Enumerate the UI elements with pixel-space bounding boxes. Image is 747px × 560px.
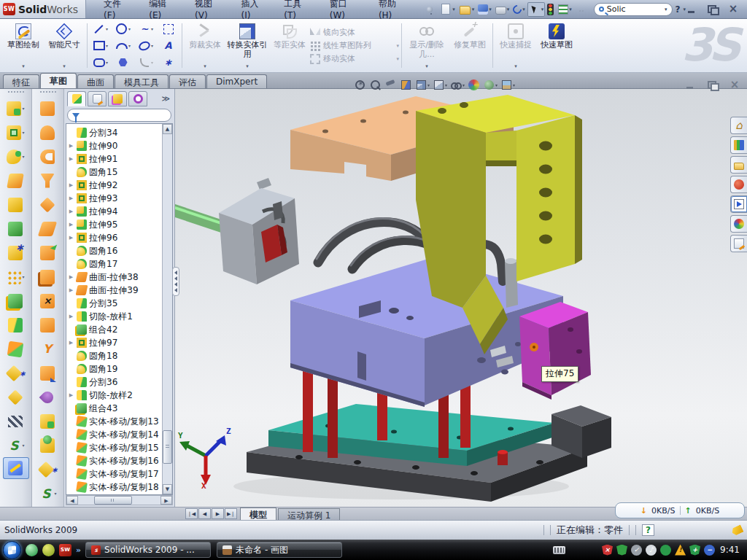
part-core-block-face[interactable]	[477, 357, 486, 363]
part-clamp-bracket-face[interactable]	[438, 108, 446, 114]
feature-tree-item[interactable]: ▶ 拉伸94	[68, 205, 160, 218]
ruled-surface-button[interactable]	[32, 120, 63, 144]
insert-mold-folder-button[interactable]	[32, 385, 63, 409]
zoom-area-icon[interactable]	[370, 79, 382, 90]
helix-button[interactable]: S ▾	[0, 433, 31, 457]
part-base-plate-teal-face[interactable]	[391, 430, 397, 434]
feature-tree-item[interactable]: 实体-移动/复制15	[68, 441, 160, 454]
hide-show-items-icon[interactable]: ▾	[451, 79, 465, 90]
part-clamp-bracket-face[interactable]	[486, 131, 516, 162]
feature-tree-item[interactable]: ▶ 拉伸93	[68, 192, 160, 205]
convert-entities-button[interactable]: 转换实体引用 ▾	[225, 20, 269, 71]
part-fitting[interactable]	[505, 258, 518, 308]
motion-study-tab[interactable]: 运动算例 1	[278, 508, 340, 520]
part-clamp-bracket-face[interactable]	[539, 165, 552, 174]
scroll-up-button[interactable]: ▲	[163, 124, 172, 134]
pattern-button[interactable]: ▾	[0, 265, 31, 289]
move-entities-button[interactable]: 移动实体 ▾	[310, 53, 399, 64]
tab-scroll-first-button[interactable]: ❘◀	[185, 508, 198, 519]
lofted-surface-button[interactable]	[32, 241, 63, 265]
keyboard-layout-icon[interactable]	[553, 546, 565, 554]
instant3d-button[interactable]	[3, 457, 29, 479]
extruded-boss-button[interactable]: ▾	[0, 96, 31, 120]
view-palette-tab[interactable]	[730, 195, 747, 213]
tab-dimxpert[interactable]: DimXpert	[206, 74, 267, 88]
graphics-viewport[interactable]: ▾ ▾ ▾	[175, 89, 747, 507]
scroll-down-button[interactable]: ▼	[163, 484, 172, 494]
tab-scroll-prev-button[interactable]: ◀	[198, 508, 211, 519]
part-clamp-bracket-face[interactable]	[516, 115, 575, 281]
feature-tree-item[interactable]: 圆角17	[68, 257, 160, 271]
display-delete-relations-button[interactable]: 显示/删除几... ▾	[404, 20, 449, 71]
tree-horizontal-scrollbar[interactable]: ◀ ▶	[66, 495, 173, 505]
part-head-block-face[interactable]	[273, 201, 283, 220]
doc-restore-button[interactable]	[706, 80, 719, 90]
design-library-tab[interactable]	[730, 136, 747, 154]
part-clamp-bracket-face[interactable]	[486, 160, 516, 166]
rebuild-button[interactable]	[546, 2, 556, 17]
sketch-fillet-tool[interactable]: ▾	[135, 55, 157, 71]
swept-surface-button[interactable]	[32, 96, 63, 120]
feature-tree-item[interactable]: 组合42	[68, 323, 160, 336]
doc-minimize-button[interactable]	[684, 80, 697, 90]
part-base-slab-face[interactable]	[536, 460, 543, 464]
part-clamp-bracket-face[interactable]	[539, 188, 552, 198]
view-orientation-icon[interactable]: ▾	[416, 79, 430, 90]
new-file-button[interactable]: ▾	[438, 2, 457, 16]
section-view-icon[interactable]	[400, 79, 412, 90]
parting-line-button[interactable]: Y	[32, 337, 63, 361]
part-extrude75-block-face[interactable]	[568, 327, 573, 332]
revolved-boss-button[interactable]	[0, 192, 31, 217]
replace-face-button[interactable]	[32, 313, 63, 337]
fillet-button[interactable]: ▾	[0, 144, 31, 168]
hole-wizard-button[interactable]	[0, 241, 31, 265]
panel-splitter-handle[interactable]	[172, 267, 179, 296]
part-clamp-bracket-face[interactable]	[539, 235, 552, 244]
part-top-plate-face[interactable]	[322, 130, 328, 133]
save-button[interactable]: ▾	[476, 3, 493, 16]
part-fitting-face[interactable]	[505, 260, 518, 308]
feature-tree-item[interactable]: 组合43	[68, 402, 160, 415]
part-core-block-face[interactable]	[389, 308, 399, 314]
apply-scene-icon[interactable]: ▾	[484, 79, 498, 90]
scrollbar-thumb[interactable]	[163, 430, 172, 464]
scroll-right-button[interactable]: ▶	[160, 496, 172, 505]
feature-tree-item[interactable]: 圆角18	[68, 349, 160, 362]
trim-surface-button[interactable]	[32, 144, 63, 168]
tab-features[interactable]: 特征	[3, 74, 39, 88]
part-extrude75-block-face[interactable]	[576, 349, 582, 354]
feature-tree-item[interactable]: ▶ 拉伸92	[68, 179, 160, 192]
tab-evaluate[interactable]: 评估	[169, 74, 206, 88]
delete-face-button[interactable]: ×	[32, 289, 63, 313]
panel-chevron-icon[interactable]: ≫	[161, 94, 171, 104]
appearances-tab[interactable]	[730, 215, 747, 233]
mold-spline-button[interactable]: S ▾	[32, 481, 63, 505]
edit-appearance-icon[interactable]	[468, 79, 480, 90]
part-head-block-face[interactable]	[257, 178, 271, 190]
help-button[interactable]: ?	[676, 4, 681, 15]
part-core-block-face[interactable]	[406, 316, 414, 320]
feature-tree-item[interactable]: ▶ 曲面-拉伸39	[68, 284, 160, 297]
feature-tree-item[interactable]: ▶ 切除-放样1	[68, 310, 160, 323]
configurationmanager-tab[interactable]	[108, 91, 127, 106]
overflow-button[interactable]: ..	[574, 2, 589, 17]
reference-point-button[interactable]: ▾	[0, 361, 31, 385]
trim-entities-button[interactable]: 剪裁实体 ▾	[185, 20, 225, 71]
feature-tree-item[interactable]: 分割34	[68, 126, 160, 139]
featuremanager-tree-tab[interactable]	[67, 91, 86, 106]
feature-tree-item[interactable]: 分割36	[68, 376, 160, 389]
tooling-split-button[interactable]	[32, 409, 63, 433]
options-button[interactable]: ▾	[557, 3, 573, 16]
feature-tree-item[interactable]: 圆角15	[68, 166, 160, 179]
scroll-left-button[interactable]: ◀	[66, 496, 78, 505]
feature-tree-item[interactable]: ▶ 拉伸95	[68, 218, 160, 231]
part-extrude75-block[interactable]	[519, 302, 591, 400]
taskbar-window-paint[interactable]: 未命名 - 画图	[217, 542, 342, 558]
sketch-button[interactable]: 草图绘制 ▾	[3, 20, 44, 71]
feature-tree-item[interactable]: 实体-移动/复制13	[68, 415, 160, 428]
tree-filter-input[interactable]	[67, 109, 171, 122]
search-caret-icon[interactable]: ▾	[665, 7, 667, 12]
quicklaunch-solidworks-icon[interactable]: SW	[59, 544, 71, 556]
tab-mold-tools[interactable]: 模具工具	[115, 74, 169, 88]
quicklaunch-messenger-icon[interactable]	[26, 544, 38, 556]
